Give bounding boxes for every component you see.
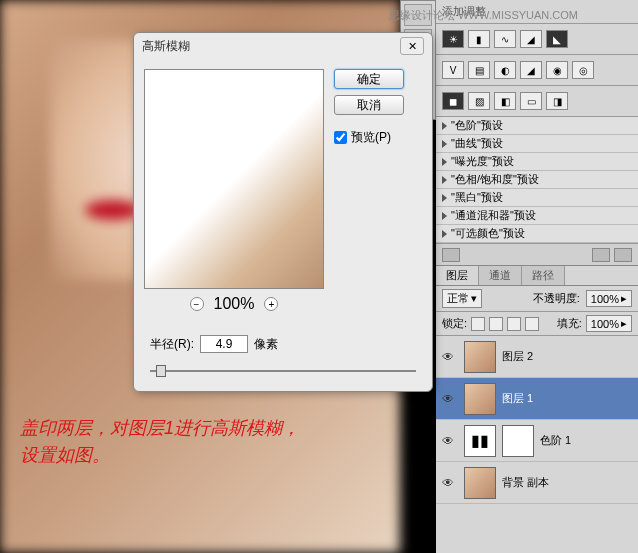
visibility-icon[interactable]: 👁 — [442, 476, 458, 490]
visibility-icon[interactable]: 👁 — [442, 350, 458, 364]
zoom-controls: − 100% + — [144, 289, 324, 319]
tab-layers[interactable]: 图层 — [436, 266, 479, 285]
layer-row[interactable]: 👁 图层 2 — [436, 336, 638, 378]
levels-adjustment-thumbnail[interactable]: ▮▮ — [464, 425, 496, 457]
blend-mode-dropdown[interactable]: 正常▾ — [442, 289, 482, 308]
preset-selective[interactable]: "可选颜色"预设 — [436, 225, 638, 243]
selective-color-icon[interactable]: ◨ — [546, 92, 568, 110]
annotation-line2: 设置如图。 — [20, 442, 300, 469]
blur-preview[interactable] — [144, 69, 324, 289]
layer-name[interactable]: 色阶 1 — [540, 433, 571, 448]
layer-name[interactable]: 图层 1 — [502, 391, 533, 406]
chevron-right-icon — [442, 212, 447, 220]
ok-button[interactable]: 确定 — [334, 69, 404, 89]
tab-paths[interactable]: 路径 — [522, 266, 565, 285]
preview-checkbox-row[interactable]: 预览(P) — [334, 129, 404, 146]
dialog-buttons: 确定 取消 预览(P) — [334, 69, 404, 319]
chevron-down-icon: ▾ — [471, 292, 477, 305]
slider-thumb[interactable] — [156, 365, 166, 377]
layers-panel: 图层 通道 路径 正常▾ 不透明度: 100%▸ 锁定: 填充: 100%▸ 👁… — [436, 266, 638, 553]
layer-name[interactable]: 背景 副本 — [502, 475, 549, 490]
preset-channel[interactable]: "通道混和器"预设 — [436, 207, 638, 225]
layer-row[interactable]: 👁 图层 1 — [436, 378, 638, 420]
radius-row: 半径(R): 像素 — [134, 329, 432, 359]
chevron-right-icon — [442, 176, 447, 184]
annotation-text: 盖印两层，对图层1进行高斯模糊， 设置如图。 — [20, 415, 300, 469]
dialog-header[interactable]: 高斯模糊 ✕ — [134, 33, 432, 59]
layer-thumbnail[interactable] — [464, 383, 496, 415]
radius-unit: 像素 — [254, 336, 278, 353]
blend-mode-value: 正常 — [447, 291, 469, 306]
chevron-right-icon — [442, 140, 447, 148]
layer-controls-row1: 正常▾ 不透明度: 100%▸ — [436, 286, 638, 312]
fill-dropdown[interactable]: 100%▸ — [586, 315, 632, 332]
lock-transparent-icon[interactable] — [471, 317, 485, 331]
vibrance-icon[interactable]: ◣ — [546, 30, 568, 48]
adjustment-icons-row2: V ▤ ◐ ◢ ◉ ◎ — [436, 55, 638, 86]
bw-icon[interactable]: ◐ — [494, 61, 516, 79]
lips-area — [85, 200, 140, 220]
chevron-right-icon — [442, 158, 447, 166]
adjustments-footer — [436, 244, 638, 266]
invert-icon[interactable]: ◼ — [442, 92, 464, 110]
layer-row[interactable]: 👁 ▮▮ 色阶 1 — [436, 420, 638, 462]
zoom-out-button[interactable]: − — [190, 297, 204, 311]
lock-label: 锁定: — [442, 316, 467, 331]
threshold-icon[interactable]: ◧ — [494, 92, 516, 110]
chevron-right-icon — [442, 230, 447, 238]
adjustment-icons-row3: ◼ ▨ ◧ ▭ ◨ — [436, 86, 638, 117]
preset-label: "通道混和器"预设 — [451, 208, 536, 223]
chevron-right-icon — [442, 122, 447, 130]
cancel-button[interactable]: 取消 — [334, 95, 404, 115]
layer-row[interactable]: 👁 背景 副本 — [436, 462, 638, 504]
radius-input[interactable] — [200, 335, 248, 353]
opacity-dropdown[interactable]: 100%▸ — [586, 290, 632, 307]
preset-levels[interactable]: "色阶"预设 — [436, 117, 638, 135]
preset-exposure[interactable]: "曝光度"预设 — [436, 153, 638, 171]
trash-icon[interactable] — [614, 248, 632, 262]
exposure-icon[interactable]: ◢ — [520, 30, 542, 48]
zoom-in-button[interactable]: + — [264, 297, 278, 311]
preset-label: "色阶"预设 — [451, 118, 503, 133]
lock-pixels-icon[interactable] — [489, 317, 503, 331]
gradient-map-icon[interactable]: ▭ — [520, 92, 542, 110]
lock-all-icon[interactable] — [525, 317, 539, 331]
color-balance-icon[interactable]: ▤ — [468, 61, 490, 79]
layer-name[interactable]: 图层 2 — [502, 349, 533, 364]
levels-icon[interactable]: ▮ — [468, 30, 490, 48]
preset-label: "可选颜色"预设 — [451, 226, 525, 241]
lut-icon[interactable]: ◎ — [572, 61, 594, 79]
layer-thumbnail[interactable] — [464, 341, 496, 373]
posterize-icon[interactable]: ▨ — [468, 92, 490, 110]
opacity-label: 不透明度: — [533, 291, 580, 306]
slider-track — [150, 370, 416, 372]
radius-slider[interactable] — [150, 363, 416, 379]
preset-label: "曲线"预设 — [451, 136, 503, 151]
preview-checkbox[interactable] — [334, 131, 347, 144]
preset-bw[interactable]: "黑白"预设 — [436, 189, 638, 207]
watermark-text: 思缘设计论坛 WWW.MISSYUAN.COM — [389, 8, 578, 23]
visibility-icon[interactable]: 👁 — [442, 434, 458, 448]
preview-label: 预览(P) — [351, 129, 391, 146]
visibility-icon[interactable]: 👁 — [442, 392, 458, 406]
dialog-title: 高斯模糊 — [142, 38, 400, 55]
brightness-icon[interactable]: ☀ — [442, 30, 464, 48]
close-icon[interactable]: ✕ — [400, 37, 424, 55]
expand-icon[interactable] — [442, 248, 460, 262]
layer-list: 👁 图层 2 👁 图层 1 👁 ▮▮ 色阶 1 👁 背景 副本 — [436, 336, 638, 553]
hue-icon[interactable]: V — [442, 61, 464, 79]
layer-mask-thumbnail[interactable] — [502, 425, 534, 457]
annotation-line1: 盖印两层，对图层1进行高斯模糊， — [20, 415, 300, 442]
preset-curves[interactable]: "曲线"预设 — [436, 135, 638, 153]
channel-mixer-icon[interactable]: ◉ — [546, 61, 568, 79]
preset-hue[interactable]: "色相/饱和度"预设 — [436, 171, 638, 189]
layer-controls-row2: 锁定: 填充: 100%▸ — [436, 312, 638, 336]
preset-label: "曝光度"预设 — [451, 154, 514, 169]
lock-position-icon[interactable] — [507, 317, 521, 331]
photo-filter-icon[interactable]: ◢ — [520, 61, 542, 79]
preset-label: "黑白"预设 — [451, 190, 503, 205]
curves-icon[interactable]: ∿ — [494, 30, 516, 48]
layer-thumbnail[interactable] — [464, 467, 496, 499]
clip-icon[interactable] — [592, 248, 610, 262]
tab-channels[interactable]: 通道 — [479, 266, 522, 285]
